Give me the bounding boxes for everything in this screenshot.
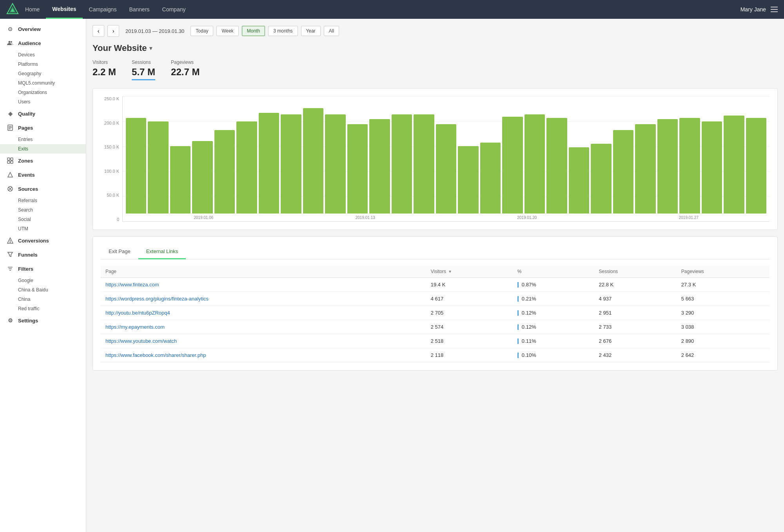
sidebar-sub-google[interactable]: Google: [0, 276, 86, 285]
chart-bar-25: [679, 118, 700, 214]
sidebar-sub-entries[interactable]: Entries: [0, 135, 86, 144]
prev-period-button[interactable]: ‹: [93, 25, 104, 37]
nav-banners[interactable]: Banners: [123, 0, 156, 19]
filter-today[interactable]: Today: [191, 26, 213, 36]
cell-sessions-4: 2 676: [594, 334, 677, 348]
sidebar-sub-china-baidu[interactable]: China & Baidu: [0, 285, 86, 295]
stat-pageviews[interactable]: Pageviews 22.7 M: [171, 60, 200, 80]
chart-bar-18: [524, 114, 545, 214]
quality-icon: ◈: [6, 110, 14, 118]
cell-page-5[interactable]: https://www.facebook.com/sharer/sharer.p…: [101, 348, 426, 362]
sidebar-sub-search[interactable]: Search: [0, 205, 86, 215]
col-header-sessions: Sessions: [594, 266, 677, 278]
sidebar-sub-mql5[interactable]: MQL5.community: [0, 78, 86, 88]
table-row: https://www.finteza.com 19.4 K 0.87% 22.…: [101, 278, 769, 292]
stat-sessions-label: Sessions: [132, 60, 155, 65]
stat-sessions[interactable]: Sessions 5.7 M: [132, 60, 155, 80]
percent-bar-5: [517, 353, 519, 358]
chart-bar-2: [170, 146, 191, 214]
cell-page-2[interactable]: http://youtu.be/ntu6pZRopq4: [101, 306, 426, 320]
sidebar-item-quality[interactable]: ◈ Quality: [0, 107, 86, 121]
nav-home[interactable]: Home: [19, 0, 46, 19]
sidebar-sub-referrals[interactable]: Referrals: [0, 196, 86, 205]
filter-3months[interactable]: 3 months: [268, 26, 298, 36]
sidebar-item-pages[interactable]: Pages: [0, 121, 86, 135]
chart-bar-3: [192, 141, 212, 214]
x-label-2: 2019.01.13: [356, 215, 375, 220]
nav-campaigns[interactable]: Campaigns: [83, 0, 123, 19]
sidebar-sub-social[interactable]: Social: [0, 215, 86, 224]
chart-bar-16: [480, 143, 501, 214]
table-row: https://my.epayments.com 2 574 0.12% 2 7…: [101, 320, 769, 334]
sidebar-item-sources[interactable]: Sources: [0, 182, 86, 196]
sidebar-sub-users[interactable]: Users: [0, 97, 86, 107]
filter-month[interactable]: Month: [242, 26, 265, 36]
website-title[interactable]: Your Website ▾: [93, 43, 778, 53]
sidebar-sub-devices[interactable]: Devices: [0, 50, 86, 60]
filter-week[interactable]: Week: [216, 26, 238, 36]
main-layout: ⊙ Overview Audience Devices Platforms Ge…: [0, 19, 784, 532]
tabs-row: Exit Page External Links: [101, 244, 769, 259]
sidebar-sub-geography[interactable]: Geography: [0, 69, 86, 78]
cell-pageviews-1: 5 663: [677, 292, 769, 306]
percent-value-0: 0.87%: [522, 282, 536, 288]
date-bar: ‹ › 2019.01.03 — 2019.01.30 Today Week M…: [93, 25, 778, 37]
audience-icon: [6, 39, 14, 47]
zones-icon: [6, 157, 14, 165]
sidebar-item-settings[interactable]: ⚙ Settings: [0, 313, 86, 328]
cell-page-0[interactable]: https://www.finteza.com: [101, 278, 426, 292]
col-header-visitors[interactable]: Visitors ▾: [426, 266, 513, 278]
x-label-1: 2019.01.06: [194, 215, 213, 220]
sidebar-sub-red-traffic[interactable]: Red traffic: [0, 304, 86, 313]
sidebar-item-conversions[interactable]: Conversions: [0, 233, 86, 248]
sidebar-item-zones[interactable]: Zones: [0, 154, 86, 168]
next-period-button[interactable]: ›: [107, 25, 119, 37]
chart-bar-5: [236, 121, 257, 214]
tab-exit-page[interactable]: Exit Page: [101, 244, 138, 259]
sidebar-item-filters[interactable]: Filters: [0, 262, 86, 276]
chart-bar-14: [436, 124, 456, 214]
nav-company[interactable]: Company: [156, 0, 192, 19]
chart-bar-17: [502, 117, 523, 214]
chart-bar-4: [214, 130, 235, 214]
cell-pageviews-5: 2 642: [677, 348, 769, 362]
table-row: https://www.youtube.com/watch 2 518 0.11…: [101, 334, 769, 348]
cell-percent-4: 0.11%: [513, 334, 594, 348]
x-label-3: 2019.01.20: [517, 215, 537, 220]
percent-bar-2: [517, 310, 519, 316]
filter-year[interactable]: Year: [301, 26, 321, 36]
sidebar-sub-platforms[interactable]: Platforms: [0, 60, 86, 69]
sidebar-item-audience[interactable]: Audience: [0, 36, 86, 50]
svg-point-4: [9, 41, 11, 43]
stat-sessions-value: 5.7 M: [132, 67, 155, 78]
menu-icon[interactable]: [771, 7, 778, 12]
cell-visitors-2: 2 705: [426, 306, 513, 320]
y-label-4: 100.0 K: [104, 169, 119, 174]
sidebar-sub-organizations[interactable]: Organizations: [0, 88, 86, 97]
sidebar-label-funnels: Funnels: [18, 252, 38, 258]
sidebar-sub-utm[interactable]: UTM: [0, 224, 86, 233]
cell-page-1[interactable]: https://wordpress.org/plugins/finteza-an…: [101, 292, 426, 306]
top-nav-links: Home Websites Campaigns Banners Company: [19, 0, 192, 19]
sidebar-item-overview[interactable]: ⊙ Overview: [0, 22, 86, 36]
logo: [6, 3, 19, 16]
chart-bar-21: [591, 144, 611, 214]
sidebar-item-funnels[interactable]: Funnels: [0, 248, 86, 262]
y-label-2: 200.0 K: [104, 121, 119, 125]
stats-row: Visitors 2.2 M Sessions 5.7 M Pageviews …: [93, 60, 778, 80]
filter-all[interactable]: All: [324, 26, 339, 36]
sidebar-sub-exits[interactable]: Exits: [0, 144, 86, 154]
pages-icon: [6, 124, 14, 132]
tab-external-links[interactable]: External Links: [138, 244, 186, 259]
sidebar-item-events[interactable]: Events: [0, 168, 86, 182]
stat-visitors[interactable]: Visitors 2.2 M: [93, 60, 116, 80]
cell-page-4[interactable]: https://www.youtube.com/watch: [101, 334, 426, 348]
percent-bar-3: [517, 324, 519, 330]
sidebar-sub-china[interactable]: China: [0, 295, 86, 304]
nav-websites[interactable]: Websites: [46, 0, 82, 19]
chart-bar-12: [392, 114, 412, 214]
cell-page-3[interactable]: https://my.epayments.com: [101, 320, 426, 334]
settings-icon: ⚙: [6, 317, 14, 324]
svg-rect-10: [7, 158, 10, 160]
cell-pageviews-3: 3 038: [677, 320, 769, 334]
